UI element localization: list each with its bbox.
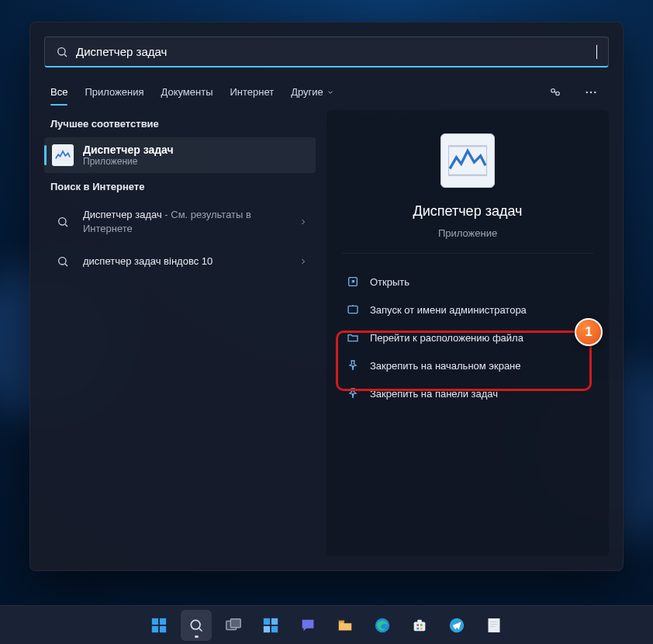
web-result-query: Диспетчер задач <box>83 209 162 220</box>
chevron-right-icon <box>299 257 308 266</box>
tab-apps[interactable]: Приложения <box>85 81 143 106</box>
svg-rect-24 <box>271 618 278 624</box>
text-caret <box>596 45 597 59</box>
svg-rect-15 <box>152 618 158 624</box>
web-search-header: Поиск в Интернете <box>44 173 316 200</box>
svg-rect-29 <box>414 621 426 631</box>
taskbar <box>0 605 653 644</box>
search-icon <box>52 251 74 272</box>
best-match-header: Лучшее соответствие <box>44 110 316 137</box>
chevron-down-icon <box>326 88 334 96</box>
action-label: Открыть <box>370 276 409 288</box>
search-bar[interactable]: Диспетчер задач <box>44 36 609 68</box>
taskbar-search[interactable] <box>181 610 212 641</box>
svg-rect-34 <box>420 627 423 629</box>
filter-tabs: Все Приложения Документы Интернет Другие <box>30 74 623 106</box>
start-button[interactable] <box>143 610 174 641</box>
taskbar-telegram[interactable] <box>441 610 472 641</box>
svg-line-20 <box>199 628 202 631</box>
action-list: Открыть Запуск от имени администратора П… <box>326 268 609 407</box>
action-label: Перейти к расположению файла <box>370 332 523 344</box>
search-icon <box>52 211 74 233</box>
svg-point-4 <box>586 92 588 93</box>
results-body: Лучшее соответствие Диспетчер задач Прил… <box>30 106 623 570</box>
web-result-1[interactable]: Диспетчер задач - См. результаты в Интер… <box>44 200 316 243</box>
svg-rect-14 <box>348 306 358 313</box>
divider <box>342 253 593 254</box>
search-scope-icon[interactable] <box>544 82 567 105</box>
taskbar-task-view[interactable] <box>218 610 249 641</box>
svg-line-1 <box>64 54 67 57</box>
taskbar-chat[interactable] <box>292 610 323 641</box>
chevron-right-icon <box>299 217 308 227</box>
start-search-panel: Диспетчер задач Все Приложения Документы… <box>29 22 624 571</box>
web-result-2[interactable]: диспетчер задач віндовс 10 <box>44 243 316 280</box>
taskbar-file-explorer[interactable] <box>330 610 361 641</box>
taskbar-microsoft-store[interactable] <box>404 610 435 641</box>
taskbar-edge[interactable] <box>367 610 398 641</box>
svg-rect-31 <box>416 624 419 626</box>
action-pin-to-taskbar[interactable]: Закрепить на панели задач <box>342 379 593 407</box>
tab-more-label: Другие <box>291 86 323 98</box>
search-icon <box>56 46 68 58</box>
svg-rect-16 <box>160 618 166 624</box>
action-run-as-admin[interactable]: Запуск от имени администратора <box>342 296 593 324</box>
taskbar-document[interactable] <box>479 610 510 641</box>
tab-all[interactable]: Все <box>50 81 67 106</box>
svg-rect-30 <box>417 619 422 622</box>
svg-rect-36 <box>489 618 500 632</box>
best-match-result[interactable]: Диспетчер задач Приложение <box>44 137 316 173</box>
tab-web[interactable]: Интернет <box>230 81 274 106</box>
svg-point-8 <box>59 217 66 224</box>
annotation-badge: 1 <box>575 318 603 346</box>
best-match-title: Диспетчер задач <box>83 144 174 156</box>
action-open-file-location[interactable]: Перейти к расположению файла <box>342 324 593 351</box>
search-bar-container: Диспетчер задач <box>30 23 623 74</box>
task-manager-icon <box>52 144 74 166</box>
svg-point-3 <box>556 92 560 95</box>
more-options-icon[interactable] <box>579 82 603 105</box>
svg-point-5 <box>590 92 592 93</box>
svg-rect-23 <box>264 618 270 624</box>
svg-point-0 <box>58 47 65 54</box>
app-name: Диспетчер задач <box>413 203 523 220</box>
svg-rect-18 <box>160 625 166 632</box>
svg-rect-26 <box>271 625 278 632</box>
svg-rect-25 <box>264 625 270 632</box>
search-input[interactable]: Диспетчер задач <box>76 45 589 58</box>
tab-documents[interactable]: Документы <box>161 81 212 106</box>
result-preview-pane: Диспетчер задач Приложение Открыть Запус… <box>326 110 609 556</box>
svg-rect-17 <box>152 625 158 632</box>
action-open[interactable]: Открыть <box>342 268 593 296</box>
svg-rect-33 <box>416 627 419 629</box>
svg-line-9 <box>65 224 67 227</box>
tab-more[interactable]: Другие <box>291 81 334 106</box>
action-label: Запуск от имени администратора <box>370 304 527 316</box>
task-manager-icon <box>441 133 495 188</box>
web-result-text: Диспетчер задач - См. результаты в Интер… <box>83 208 289 235</box>
results-left-column: Лучшее соответствие Диспетчер задач Прил… <box>44 110 316 556</box>
taskbar-widgets[interactable] <box>255 610 286 641</box>
action-label: Закрепить на панели задач <box>370 388 498 400</box>
web-result-text: диспетчер задач віндовс 10 <box>83 254 289 268</box>
svg-line-11 <box>65 264 67 266</box>
action-pin-to-start[interactable]: Закрепить на начальном экране <box>342 351 593 379</box>
svg-rect-32 <box>420 624 423 626</box>
best-match-text: Диспетчер задач Приложение <box>83 144 174 167</box>
svg-rect-27 <box>339 620 344 622</box>
app-hero: Диспетчер задач Приложение <box>326 133 609 239</box>
action-label: Закрепить на начальном экране <box>370 360 521 372</box>
svg-point-6 <box>594 92 596 93</box>
svg-point-10 <box>59 258 66 265</box>
svg-rect-22 <box>230 618 240 627</box>
best-match-subtitle: Приложение <box>83 156 174 167</box>
app-type: Приложение <box>438 227 497 239</box>
svg-point-19 <box>191 620 200 629</box>
